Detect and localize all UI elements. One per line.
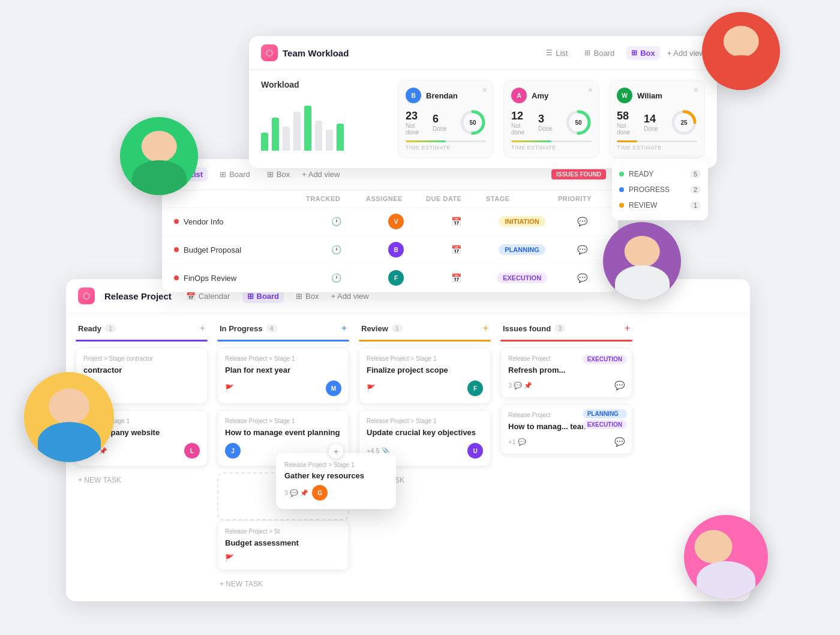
ready-dot <box>619 172 624 176</box>
vendor-stage: INITIATION <box>486 216 558 227</box>
ready-new-task[interactable]: + NEW TASK <box>76 472 208 488</box>
floating-card-title: Gather key resources <box>284 471 388 480</box>
brendan-header: B Brendan ✕ <box>406 88 486 103</box>
brendan-progress-fill <box>406 140 446 142</box>
progress-dot <box>619 187 624 192</box>
budget-title: Budget assessment <box>225 538 341 549</box>
workload-panel: ⬡ Team Workload ☰ List ⊞ Board ⊞ Box + A… <box>249 36 717 168</box>
ready-add-btn[interactable]: + <box>200 323 205 334</box>
wiliam-progress-bar <box>617 140 697 142</box>
finalize-footer: 🚩 F <box>367 381 483 396</box>
progress-label: PROGRESS <box>629 185 685 194</box>
bar-green-2 <box>272 118 279 151</box>
wiliam-done-label: Done <box>644 125 665 132</box>
ready-column-count: 1 <box>105 324 116 333</box>
workload-icon: ⬡ <box>261 44 278 61</box>
release-icon: ⬡ <box>78 287 95 304</box>
mgmt-tab-box[interactable]: ⊞ Box <box>262 167 295 181</box>
workload-tab-list-label: List <box>556 49 568 58</box>
finops-review-name: FinOps Review <box>174 274 306 283</box>
amy-avatar: A <box>511 88 527 103</box>
issues-column-line <box>500 340 632 342</box>
workload-tab-list[interactable]: ☰ List <box>541 46 572 60</box>
bar-group-1 <box>261 133 268 151</box>
brendan-dismiss[interactable]: ✕ <box>482 86 487 94</box>
review-add-btn[interactable]: + <box>483 323 488 334</box>
wiliam-time-label: TIME ESTIMATE <box>617 145 697 151</box>
workload-tab-box[interactable]: ⊞ Box <box>626 46 660 60</box>
review-card-finalize[interactable]: Release Project > Stage 1 Finalize proje… <box>359 348 491 404</box>
finalize-flag: 🚩 <box>367 384 376 393</box>
plan-assignee: M <box>326 381 341 396</box>
review-column-header: Review 1 + <box>359 323 491 334</box>
floating-card-plus-icon[interactable]: + <box>329 444 343 459</box>
mgmt-add-view-btn[interactable]: + Add view <box>302 170 340 179</box>
board-icon-tab: ⊞ <box>247 292 254 301</box>
floating-card-path: Release Project > Stage 1 <box>284 462 388 468</box>
event-assignee: J <box>225 443 241 459</box>
msg-icon-1: 💬 <box>577 217 587 226</box>
kanban-board: Ready 1 + Project > Stage contractor con… <box>66 313 750 601</box>
budget-path: Release Project > St <box>225 528 341 535</box>
budget-avatar: B <box>388 242 404 257</box>
budget-due-date: 📅 <box>426 245 486 254</box>
workload-header: ⬡ Team Workload ☰ List ⊞ Board ⊞ Box + A… <box>249 36 717 70</box>
brendan-not-done-label: Not done <box>406 122 427 136</box>
workload-add-view-btn[interactable]: + Add view <box>667 49 705 58</box>
wiliam-done-group: 14 Done <box>644 113 665 132</box>
amy-progress-bar <box>511 140 592 142</box>
wiliam-dismiss[interactable]: ✕ <box>693 86 698 94</box>
amy-header: A Amy ✕ <box>511 88 592 103</box>
mgmt-tab-board[interactable]: ⊞ Board <box>215 167 255 181</box>
budget-proposal-name: Budget Proposal <box>174 245 306 254</box>
amy-done-group: 3 Done <box>538 113 559 132</box>
brendan-time-label: TIME ESTIMATE <box>406 145 486 151</box>
amy-stats: 12 Not done 3 Done 50 <box>511 109 592 136</box>
vendor-priority: 💬 <box>558 217 606 226</box>
inprogress-card-plan[interactable]: Release Project > Stage 1 Plan for next … <box>217 348 349 404</box>
vendor-stage-badge: INITIATION <box>499 216 545 227</box>
workload-tab-board-label: Board <box>593 49 614 58</box>
brendan-not-done: 23 <box>406 110 427 122</box>
ready-column-title: Ready <box>78 324 101 333</box>
floating-card: + Release Project > Stage 1 Gather key r… <box>276 453 396 509</box>
amy-done: 3 <box>538 113 559 125</box>
amy-dismiss[interactable]: ✕ <box>587 86 593 94</box>
brendan-avatar: B <box>406 88 421 103</box>
inprogress-new-task[interactable]: + NEW TASK <box>217 576 349 592</box>
amy-done-label: Done <box>538 125 559 132</box>
vendor-info-name: Vendor Info <box>174 217 306 226</box>
issues-card-refresh[interactable]: EXECUTION Release Project Refresh prom..… <box>500 348 632 398</box>
member-card-wiliam: W Wiliam ✕ 58 Not done 14 Done <box>609 80 705 158</box>
finops-tracked: 🕐 <box>306 273 366 283</box>
inprogress-add-btn[interactable]: + <box>341 323 347 334</box>
review-column-line <box>359 340 491 342</box>
box-icon: ⊞ <box>631 49 637 57</box>
inprogress-card-budget[interactable]: Release Project > St Budget assessment 🚩 <box>217 520 349 570</box>
avatar-man-reading <box>24 372 114 462</box>
vendor-tracked: 🕐 <box>306 217 366 226</box>
bar-group-7 <box>326 130 333 151</box>
list-icon: ☰ <box>546 49 553 57</box>
howto-meta: +1 💬 <box>508 438 526 446</box>
inprogress-column-count: 4 <box>266 324 277 333</box>
wiliam-donut: 25 <box>671 109 697 136</box>
workload-panel-title: Team Workload <box>283 48 349 58</box>
mgmt-row-budget-proposal: Budget Proposal 🕐 B 📅 PLANNING 💬 <box>162 236 618 264</box>
issues-add-btn[interactable]: + <box>625 323 630 334</box>
workload-tab-board[interactable]: ⊞ Board <box>580 46 619 60</box>
amy-not-done-label: Not done <box>511 122 532 136</box>
wiliam-not-done-label: Not done <box>617 122 638 136</box>
avatar-man-laptop-tr <box>702 12 780 90</box>
wiliam-not-done: 58 <box>617 110 638 122</box>
status-item-ready: READY 5 <box>619 166 701 182</box>
avatar-woman-laptop <box>120 117 198 195</box>
review-column-title: Review <box>361 324 388 333</box>
bar-gray-3 <box>283 127 290 151</box>
col-stage: STAGE <box>486 195 558 202</box>
release-add-view-btn[interactable]: + Add view <box>331 292 368 301</box>
issues-card-howto[interactable]: PLANNING EXECUTION Release Project How t… <box>500 404 632 454</box>
vendor-due-date: 📅 <box>426 217 486 226</box>
amy-percent: 50 <box>575 119 581 126</box>
bar-green-1 <box>261 133 268 151</box>
